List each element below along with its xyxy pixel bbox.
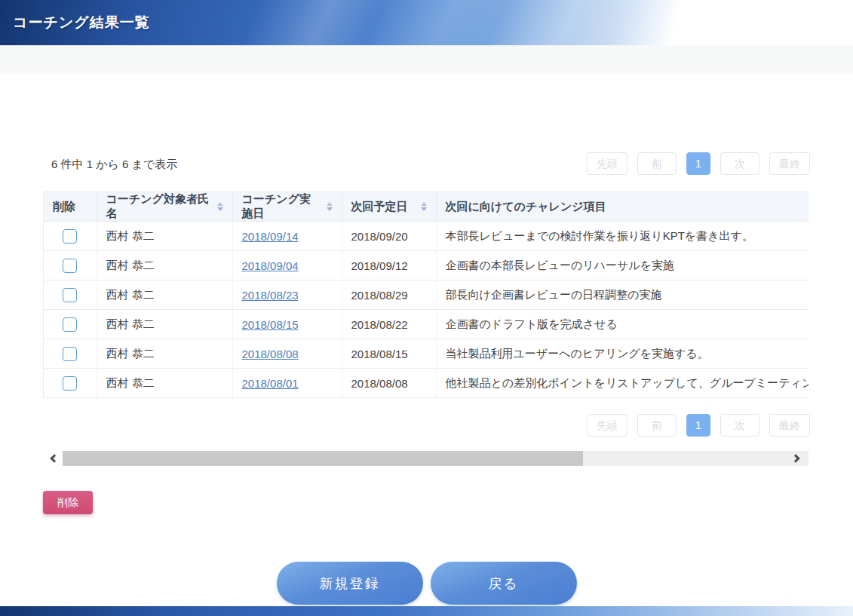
pagination-page-1-button[interactable]: 1 — [686, 414, 710, 437]
pagination-first-button[interactable]: 先頭 — [587, 152, 627, 175]
row-challenge: 本部長レビューまでの検討作業を振り返りKPTを書き出す。 — [446, 229, 753, 242]
row-date-link[interactable]: 2018/08/15 — [242, 318, 299, 331]
cell-name: 西村 恭二 — [97, 369, 232, 398]
row-date-link[interactable]: 2018/08/01 — [242, 377, 299, 390]
cell-next-date: 2018/08/29 — [342, 280, 436, 310]
cell-date: 2018/08/08 — [232, 339, 342, 369]
row-delete-checkbox[interactable] — [63, 317, 77, 332]
column-header-label: 次回に向けてのチャレンジ項目 — [446, 200, 606, 214]
pagination-page-1-button[interactable]: 1 — [686, 152, 710, 175]
pagination-prev-button[interactable]: 前 — [637, 152, 677, 175]
cell-delete-checkbox — [44, 222, 97, 251]
cell-challenge: 部長向け企画書レビューの日程調整の実施 — [436, 280, 809, 310]
row-challenge: 部長向け企画書レビューの日程調整の実施 — [446, 288, 662, 301]
cell-name: 西村 恭二 — [97, 251, 232, 280]
table-container: 削除 コーチング対象者氏名 コーチング実施日 — [43, 192, 809, 398]
row-delete-checkbox[interactable] — [63, 229, 77, 244]
table-row: 西村 恭二 2018/08/01 2018/08/08 他社製品との差別化ポイン… — [44, 369, 809, 398]
cell-delete-checkbox — [44, 280, 97, 310]
column-header-label: 次回予定日 — [351, 200, 408, 214]
pagination-last-button[interactable]: 最終 — [769, 414, 810, 437]
row-delete-checkbox[interactable] — [63, 347, 77, 361]
table-body: 西村 恭二 2018/09/14 2018/09/20 本部長レビューまでの検討… — [44, 222, 809, 398]
bottom-actions: 新規登録 戻る — [43, 562, 810, 605]
column-header-label: コーチング対象者氏名 — [106, 192, 211, 221]
pagination-prev-button[interactable]: 前 — [637, 414, 677, 437]
pagination-last-button[interactable]: 最終 — [769, 152, 810, 175]
cell-challenge: 企画書のドラフト版を完成させる — [436, 310, 809, 339]
cell-delete-checkbox — [44, 339, 97, 369]
cell-next-date: 2018/08/08 — [342, 369, 436, 398]
cell-date: 2018/08/01 — [232, 369, 342, 398]
column-header-label: 削除 — [53, 200, 75, 214]
column-header-next-date[interactable]: 次回予定日 — [342, 192, 436, 222]
cell-name: 西村 恭二 — [97, 222, 232, 251]
row-next-date: 2018/08/15 — [351, 348, 408, 360]
page-banner: コーチング結果一覧 — [0, 0, 853, 45]
pagination-next-button[interactable]: 次 — [720, 152, 759, 175]
column-header-label: コーチング実施日 — [242, 192, 321, 221]
cell-name: 西村 恭二 — [97, 339, 232, 369]
cell-delete-checkbox — [44, 369, 97, 398]
cell-delete-checkbox — [44, 251, 97, 280]
table-row: 西村 恭二 2018/08/23 2018/08/29 部長向け企画書レビューの… — [44, 280, 809, 310]
cell-challenge: 本部長レビューまでの検討作業を振り返りKPTを書き出す。 — [436, 222, 809, 251]
sort-icon[interactable] — [415, 202, 427, 211]
pagination-next-button[interactable]: 次 — [720, 414, 759, 437]
row-challenge: 企画書の本部長レビューのリハーサルを実施 — [446, 259, 675, 271]
row-name: 西村 恭二 — [106, 259, 155, 271]
delete-action-row: 削除 — [43, 466, 810, 514]
cell-next-date: 2018/08/22 — [342, 310, 436, 339]
row-date-link[interactable]: 2018/08/23 — [242, 289, 299, 302]
row-next-date: 2018/08/29 — [351, 289, 408, 302]
cell-delete-checkbox — [44, 310, 97, 339]
horizontal-scrollbar — [43, 451, 809, 466]
summary-row: 6 件中 1 から 6 まで表示 先頭 前 1 次 最終 — [43, 152, 810, 175]
column-header-name[interactable]: コーチング対象者氏名 — [97, 192, 232, 222]
row-challenge: 他社製品との差別化ポイントをリストアップして、グループミーティングで — [446, 376, 809, 389]
row-challenge: 当社製品利用ユーザーへのヒアリングを実施する。 — [446, 347, 709, 360]
row-date-link[interactable]: 2018/08/08 — [242, 348, 299, 360]
row-next-date: 2018/08/22 — [351, 318, 408, 331]
cell-date: 2018/08/15 — [232, 310, 342, 339]
table-header-row: 削除 コーチング対象者氏名 コーチング実施日 — [44, 192, 809, 222]
row-next-date: 2018/09/20 — [351, 230, 408, 243]
delete-button[interactable]: 削除 — [43, 491, 93, 514]
column-header-delete: 削除 — [44, 192, 97, 222]
record-count-summary: 6 件中 1 から 6 まで表示 — [51, 158, 177, 175]
table-row: 西村 恭二 2018/08/15 2018/08/22 企画書のドラフト版を完成… — [44, 310, 809, 339]
row-date-link[interactable]: 2018/09/04 — [242, 259, 299, 272]
back-button[interactable]: 戻る — [431, 562, 577, 605]
cell-name: 西村 恭二 — [97, 310, 232, 339]
cell-challenge: 企画書の本部長レビューのリハーサルを実施 — [436, 251, 809, 280]
scrollbar-track[interactable] — [63, 451, 809, 466]
banner-sub-strip — [0, 45, 853, 72]
row-name: 西村 恭二 — [106, 347, 155, 360]
scrollbar-thumb[interactable] — [63, 451, 583, 466]
row-delete-checkbox[interactable] — [63, 376, 77, 391]
cell-name: 西村 恭二 — [97, 280, 232, 310]
sort-icon[interactable] — [321, 202, 333, 211]
scroll-left-button[interactable] — [43, 451, 63, 466]
row-challenge: 企画書のドラフト版を完成させる — [446, 317, 618, 330]
main-content: 6 件中 1 から 6 まで表示 先頭 前 1 次 最終 削除 コー — [0, 152, 853, 605]
row-date-link[interactable]: 2018/09/14 — [242, 230, 299, 243]
new-registration-button[interactable]: 新規登録 — [277, 562, 423, 605]
sort-icon[interactable] — [211, 202, 223, 211]
coaching-results-table: 削除 コーチング対象者氏名 コーチング実施日 — [44, 192, 809, 398]
cell-date: 2018/09/04 — [232, 251, 342, 280]
row-delete-checkbox[interactable] — [63, 259, 77, 273]
cell-date: 2018/09/14 — [232, 222, 342, 251]
row-next-date: 2018/09/12 — [351, 259, 408, 272]
table-row: 西村 恭二 2018/09/04 2018/09/12 企画書の本部長レビューの… — [44, 251, 809, 280]
column-header-date[interactable]: コーチング実施日 — [232, 192, 342, 222]
cell-next-date: 2018/09/20 — [342, 222, 436, 251]
table-row: 西村 恭二 2018/09/14 2018/09/20 本部長レビューまでの検討… — [44, 222, 809, 251]
row-delete-checkbox[interactable] — [63, 288, 77, 302]
scroll-right-button[interactable] — [787, 451, 807, 466]
cell-challenge: 他社製品との差別化ポイントをリストアップして、グループミーティングで — [436, 369, 809, 398]
row-name: 西村 恭二 — [106, 317, 155, 330]
pagination-first-button[interactable]: 先頭 — [587, 414, 627, 437]
footer-bar — [0, 606, 853, 616]
cell-next-date: 2018/09/12 — [342, 251, 436, 280]
